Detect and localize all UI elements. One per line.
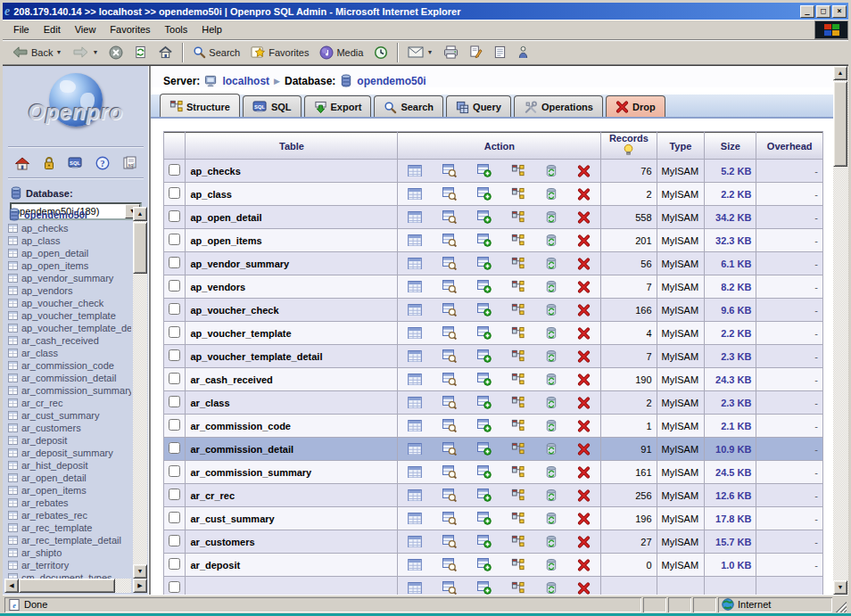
tab-operations[interactable]: Operations: [514, 95, 603, 117]
scroll-thumb[interactable]: [833, 81, 847, 167]
minimize-button[interactable]: _: [800, 5, 814, 18]
properties-action-button[interactable]: [511, 512, 525, 525]
tab-structure[interactable]: Structure: [160, 94, 240, 117]
edit-button[interactable]: [464, 42, 488, 63]
properties-action-button[interactable]: [511, 442, 525, 456]
empty-action-button[interactable]: [545, 489, 558, 502]
row-checkbox[interactable]: [169, 257, 180, 268]
empty-action-button[interactable]: [545, 280, 558, 293]
sidebar-table-item[interactable]: ap_class: [8, 234, 131, 247]
insert-action-button[interactable]: [477, 349, 492, 363]
select-action-button[interactable]: [442, 535, 457, 548]
scroll-down-button[interactable]: ▼: [133, 564, 147, 579]
browse-action-button[interactable]: [408, 582, 422, 595]
browse-action-button[interactable]: [408, 304, 422, 316]
drop-action-button[interactable]: [577, 582, 591, 595]
properties-action-button[interactable]: [511, 187, 525, 201]
drop-action-button[interactable]: [577, 258, 591, 270]
history-button[interactable]: [368, 42, 393, 63]
sidebar-table-item[interactable]: ar_commission_summary: [8, 384, 131, 397]
favorites-button[interactable]: Favorites: [245, 42, 314, 63]
empty-action-button[interactable]: [545, 164, 558, 177]
empty-action-button[interactable]: [545, 396, 558, 409]
scroll-thumb[interactable]: [133, 222, 147, 274]
sidebar-table-item[interactable]: ap_voucher_template: [8, 309, 131, 322]
sidebar-table-item[interactable]: ap_vendors: [8, 284, 131, 297]
empty-action-button[interactable]: [545, 442, 558, 456]
search-button[interactable]: Search: [187, 42, 245, 63]
insert-action-button[interactable]: [477, 465, 492, 479]
browse-action-button[interactable]: [408, 559, 422, 571]
sidebar-database-link[interactable]: opendemo50i: [8, 207, 131, 222]
row-checkbox[interactable]: [169, 489, 180, 500]
browse-action-button[interactable]: [408, 234, 422, 247]
lock-icon[interactable]: [43, 156, 55, 170]
insert-action-button[interactable]: [477, 303, 492, 316]
select-action-button[interactable]: [442, 349, 457, 363]
sidebar-table-item[interactable]: ar_cash_received: [8, 334, 131, 347]
browse-action-button[interactable]: [408, 165, 422, 177]
sidebar-table-item[interactable]: ap_voucher_template_deta: [8, 322, 131, 334]
properties-action-button[interactable]: [511, 419, 525, 432]
home-icon[interactable]: [14, 156, 30, 170]
browse-action-button[interactable]: [408, 350, 422, 363]
tab-export[interactable]: Export: [304, 95, 372, 117]
drop-action-button[interactable]: [577, 188, 591, 201]
sidebar-table-item[interactable]: ar_deposit: [8, 434, 131, 447]
menu-item-help[interactable]: Help: [194, 21, 229, 37]
sql-icon[interactable]: SQL: [68, 157, 83, 169]
browse-action-button[interactable]: [408, 466, 422, 479]
insert-action-button[interactable]: [477, 489, 492, 502]
sidebar-table-item[interactable]: ar_commission_detail: [8, 372, 131, 384]
insert-action-button[interactable]: [477, 326, 492, 340]
browse-action-button[interactable]: [408, 536, 422, 548]
sidebar-table-item[interactable]: ar_deposit_summary: [8, 447, 131, 459]
row-checkbox[interactable]: [169, 419, 180, 431]
drop-action-button[interactable]: [577, 350, 591, 363]
row-checkbox[interactable]: [169, 210, 180, 222]
select-action-button[interactable]: [442, 373, 457, 386]
sidebar-table-item[interactable]: ar_commission_code: [8, 359, 131, 372]
sidebar-table-item[interactable]: ar_cust_summary: [8, 409, 131, 422]
drop-action-button[interactable]: [577, 327, 591, 340]
drop-action-button[interactable]: [577, 397, 591, 409]
sidebar-table-item[interactable]: ap_checks: [8, 222, 131, 234]
insert-action-button[interactable]: [477, 581, 492, 595]
properties-action-button[interactable]: [511, 535, 525, 548]
empty-action-button[interactable]: [545, 373, 558, 386]
drop-action-button[interactable]: [577, 304, 591, 316]
empty-action-button[interactable]: [545, 512, 558, 525]
sidebar-table-item[interactable]: ar_rec_template_detail: [8, 534, 131, 546]
sidebar-vertical-scrollbar[interactable]: ▲ ▼: [133, 207, 147, 579]
empty-action-button[interactable]: [545, 303, 558, 316]
select-action-button[interactable]: [442, 280, 457, 293]
browse-action-button[interactable]: [408, 258, 422, 270]
select-action-button[interactable]: [442, 419, 457, 432]
drop-action-button[interactable]: [577, 559, 591, 571]
drop-action-button[interactable]: [577, 234, 591, 247]
mail-button[interactable]: ▼: [402, 42, 438, 63]
resize-grip[interactable]: [834, 597, 847, 612]
sidebar-table-item[interactable]: ap_vendor_summary: [8, 272, 131, 284]
empty-action-button[interactable]: [545, 326, 558, 340]
insert-action-button[interactable]: [477, 280, 492, 293]
row-checkbox[interactable]: [169, 442, 180, 454]
back-button[interactable]: Back▼: [6, 42, 67, 63]
browse-action-button[interactable]: [408, 281, 422, 293]
row-checkbox[interactable]: [169, 512, 180, 523]
browse-action-button[interactable]: [408, 489, 422, 502]
browse-action-button[interactable]: [408, 420, 422, 432]
row-checkbox[interactable]: [169, 581, 180, 593]
properties-action-button[interactable]: [511, 396, 525, 409]
browse-action-button[interactable]: [408, 211, 422, 224]
empty-action-button[interactable]: [545, 558, 558, 571]
menu-item-favorites[interactable]: Favorites: [103, 21, 157, 37]
properties-action-button[interactable]: [511, 210, 525, 224]
messenger-button[interactable]: [512, 42, 534, 63]
sidebar-table-item[interactable]: ar_rec_template: [8, 522, 131, 534]
insert-action-button[interactable]: [477, 419, 492, 432]
browse-action-button[interactable]: [408, 327, 422, 340]
sidebar-table-item[interactable]: ar_hist_deposit: [8, 459, 131, 472]
select-action-button[interactable]: [442, 396, 457, 409]
select-action-button[interactable]: [442, 326, 457, 340]
